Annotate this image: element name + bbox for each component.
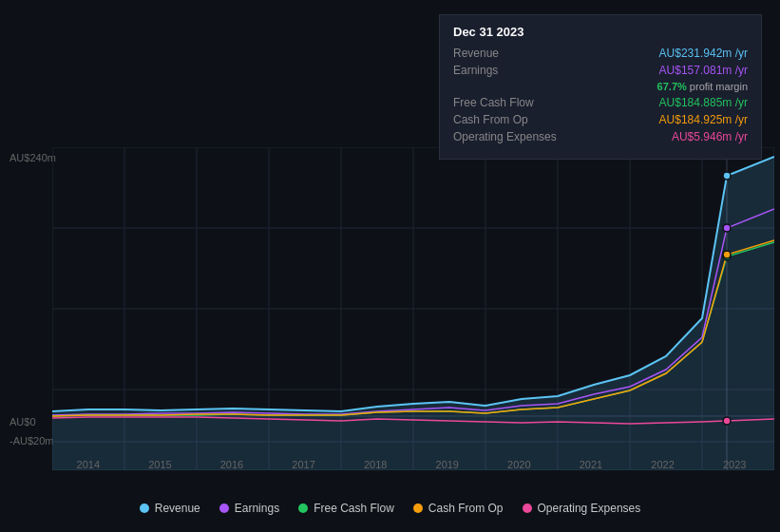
- revenue-dot: [140, 504, 149, 513]
- tooltip-profit-margin: 67.7% profit margin: [657, 81, 748, 92]
- x-label-2016: 2016: [196, 459, 268, 470]
- tooltip-op-expenses-value: AU$5.946m /yr: [672, 130, 748, 143]
- tooltip-revenue-value: AU$231.942m /yr: [659, 47, 748, 60]
- x-label-2020: 2020: [484, 459, 556, 470]
- chart-legend: Revenue Earnings Free Cash Flow Cash Fro…: [0, 502, 780, 515]
- legend-earnings[interactable]: Earnings: [219, 502, 279, 515]
- x-label-2023: 2023: [698, 459, 770, 470]
- x-label-2015: 2015: [124, 459, 197, 470]
- tooltip-earnings-label: Earnings: [453, 64, 567, 77]
- chart-container: Dec 31 2023 Revenue AU$231.942m /yr Earn…: [0, 0, 780, 532]
- svg-point-20: [723, 224, 731, 232]
- tooltip-profit-margin-row: 67.7% profit margin: [453, 81, 748, 92]
- y-axis-label-0: AU$0: [10, 416, 36, 428]
- op-expenses-dot: [523, 504, 532, 513]
- legend-op-expenses-label: Operating Expenses: [538, 502, 641, 515]
- main-chart: [52, 147, 774, 470]
- earnings-dot: [219, 504, 229, 513]
- tooltip-revenue-row: Revenue AU$231.942m /yr: [453, 47, 748, 60]
- legend-free-cash[interactable]: Free Cash Flow: [298, 502, 394, 515]
- tooltip-revenue-label: Revenue: [453, 47, 567, 60]
- legend-op-expenses[interactable]: Operating Expenses: [523, 502, 641, 515]
- tooltip-cash-from-op-row: Cash From Op AU$184.925m /yr: [453, 113, 748, 126]
- x-label-2017: 2017: [268, 459, 340, 470]
- y-axis-label-240: AU$240m: [10, 152, 56, 163]
- x-label-2014: 2014: [52, 459, 124, 470]
- legend-free-cash-label: Free Cash Flow: [314, 502, 394, 515]
- y-axis-label-neg20: -AU$20m: [10, 435, 53, 446]
- data-tooltip: Dec 31 2023 Revenue AU$231.942m /yr Earn…: [439, 14, 762, 160]
- legend-earnings-label: Earnings: [235, 502, 279, 515]
- x-label-2019: 2019: [411, 459, 484, 470]
- tooltip-free-cash-label: Free Cash Flow: [453, 96, 567, 109]
- svg-point-23: [723, 417, 731, 425]
- svg-point-22: [723, 251, 731, 258]
- legend-cash-from-op[interactable]: Cash From Op: [413, 502, 504, 515]
- svg-point-19: [723, 172, 731, 180]
- tooltip-earnings-row: Earnings AU$157.081m /yr: [453, 64, 748, 77]
- tooltip-earnings-value: AU$157.081m /yr: [659, 64, 748, 77]
- x-label-2022: 2022: [627, 459, 699, 470]
- legend-revenue-label: Revenue: [155, 502, 200, 515]
- tooltip-op-expenses-row: Operating Expenses AU$5.946m /yr: [453, 130, 748, 143]
- x-label-2018: 2018: [339, 459, 411, 470]
- tooltip-op-expenses-label: Operating Expenses: [453, 130, 567, 143]
- cash-from-op-dot: [413, 504, 423, 513]
- tooltip-free-cash-value: AU$184.885m /yr: [659, 96, 748, 109]
- tooltip-date: Dec 31 2023: [453, 25, 748, 39]
- free-cash-dot: [298, 504, 308, 513]
- legend-revenue[interactable]: Revenue: [140, 502, 200, 515]
- tooltip-cash-from-op-value: AU$184.925m /yr: [659, 113, 748, 126]
- x-axis: 2014 2015 2016 2017 2018 2019 2020 2021 …: [0, 459, 780, 470]
- tooltip-cash-from-op-label: Cash From Op: [453, 113, 567, 126]
- x-label-2021: 2021: [555, 459, 627, 470]
- legend-cash-from-op-label: Cash From Op: [428, 502, 504, 515]
- tooltip-free-cash-row: Free Cash Flow AU$184.885m /yr: [453, 96, 748, 109]
